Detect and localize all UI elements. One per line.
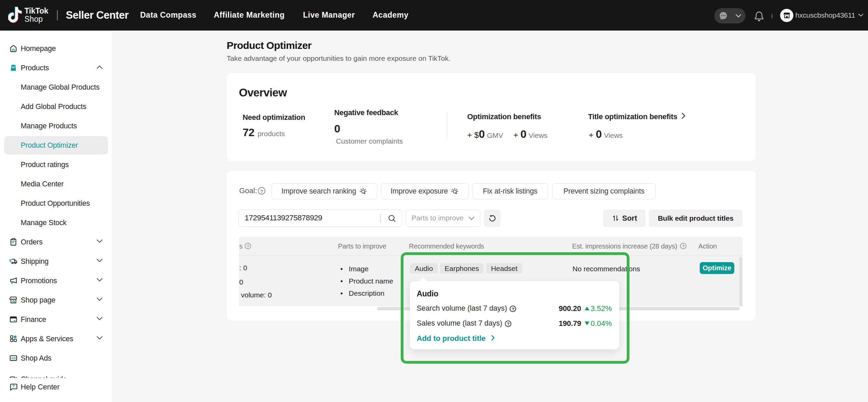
svg-text:?: ?: [12, 384, 15, 389]
svg-text:AD: AD: [11, 356, 16, 360]
